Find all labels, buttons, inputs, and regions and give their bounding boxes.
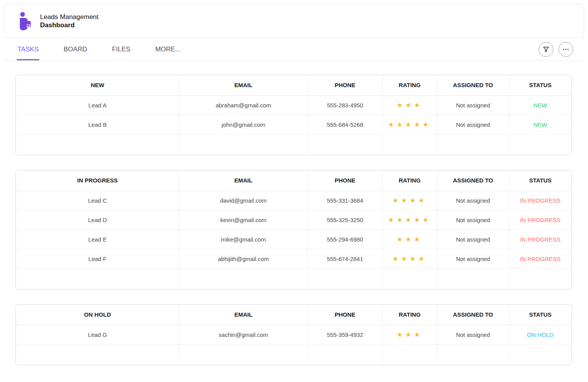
status-cell: ON HOLD [509,325,571,344]
app-header: Leads Management Dashboard [4,4,584,38]
rating-cell: ★★★ [382,95,437,115]
rating-stars: ★★★ [397,331,423,338]
email-cell: john@gmail.com [179,115,308,134]
table-row[interactable]: Lead Aabraham@gmail.com555-283-4950★★★No… [16,95,571,115]
rating-cell: ★★★★★ [382,115,437,134]
column-header: ASSIGNED TO [437,170,509,191]
phone-cell: 555-674-2841 [308,249,383,268]
table-row[interactable]: Lead Gsachin@gmail.com555-359-4932★★★Not… [16,325,571,344]
empty-row [16,134,571,155]
phone-cell: 555-331-3684 [308,191,383,210]
phone-cell: 555-283-4950 [308,95,383,115]
table-header-row: NEWEMAILPHONERATINGASSIGNED TOSTATUS [16,75,571,95]
status-cell: NEW [509,115,571,134]
email-cell: abraham@gmail.com [179,95,308,115]
column-header: PHONE [308,305,383,325]
leads-table: IN PROGRESSEMAILPHONERATINGASSIGNED TOST… [16,170,571,289]
empty-row [16,344,571,365]
tab-files[interactable]: FILES [111,38,131,60]
assigned-cell: Not assigned [437,210,509,230]
empty-cell [382,268,437,289]
rating-stars: ★★★★ [392,197,427,204]
column-header: RATING [382,75,437,95]
ellipsis-icon [562,46,570,53]
table-header-row: IN PROGRESSEMAILPHONERATINGASSIGNED TOST… [16,170,571,191]
empty-cell [509,268,571,289]
tabs-bar: TASKS BOARD FILES MORE... [4,38,584,61]
empty-cell [437,344,509,365]
table-row[interactable]: Lead Bjohn@gmail.com555-684-5268★★★★★Not… [16,115,571,134]
empty-cell [179,134,308,155]
rating-stars: ★★★★★ [388,121,431,128]
column-header: STATUS [509,170,571,191]
rating-stars: ★★★★★ [388,216,431,224]
table-row[interactable]: Lead Fabhijith@gmail.com555-674-2841★★★★… [16,249,571,268]
column-header: ON HOLD [16,305,179,325]
email-cell: sachin@gmail.com [179,325,308,344]
person-logo-icon [17,12,33,30]
empty-cell [382,134,437,155]
rating-stars: ★★★ [397,236,423,243]
email-cell: abhijith@gmail.com [179,249,308,268]
status-cell: IN PROGRESS [509,249,571,268]
tab-actions [539,38,584,60]
more-options-button[interactable] [558,42,573,57]
empty-cell [509,344,571,365]
column-header: STATUS [509,75,571,95]
rating-cell: ★★★ [382,325,437,344]
assigned-cell: Not assigned [437,191,509,210]
lead-name-cell: Lead B [16,115,179,134]
rating-cell: ★★★ [382,230,437,249]
rating-stars: ★★★★ [392,255,427,263]
table-row[interactable]: Lead Cdavid@gmail.com555-331-3684★★★★Not… [16,191,571,210]
table-row[interactable]: Lead Dkevin@gmail.com555-325-3250★★★★★No… [16,210,571,230]
phone-cell: 555-684-5268 [308,115,383,134]
phone-cell: 555-325-3250 [308,210,383,230]
empty-cell [382,344,437,365]
column-header: EMAIL [179,305,308,325]
tab-board[interactable]: BOARD [63,38,88,60]
rating-stars: ★★★ [397,102,423,109]
column-header: RATING [382,305,437,325]
rating-cell: ★★★★ [382,191,437,210]
lead-name-cell: Lead F [16,249,179,268]
empty-cell [179,344,308,365]
tables-container: NEWEMAILPHONERATINGASSIGNED TOSTATUSLead… [16,75,572,365]
email-cell: kevin@gmail.com [179,210,308,230]
empty-row [16,268,571,289]
column-header: ASSIGNED TO [437,305,509,325]
empty-cell [16,268,179,289]
column-header: PHONE [308,170,383,191]
empty-cell [16,134,179,155]
column-header: STATUS [509,305,571,325]
empty-cell [437,134,509,155]
rating-cell: ★★★★ [382,249,437,268]
lead-name-cell: Lead E [16,230,179,249]
status-cell: NEW [509,95,571,115]
assigned-cell: Not assigned [437,325,509,344]
leads-table-in-progress: IN PROGRESSEMAILPHONERATINGASSIGNED TOST… [16,170,572,289]
table-header-row: ON HOLDEMAILPHONERATINGASSIGNED TOSTATUS [16,305,571,325]
column-header: NEW [16,75,179,95]
status-cell: IN PROGRESS [509,230,571,249]
app-title: Leads Management Dashboard [40,13,98,30]
lead-name-cell: Lead D [16,210,179,230]
lead-name-cell: Lead A [16,95,179,115]
column-header: EMAIL [179,170,308,191]
assigned-cell: Not assigned [437,249,509,268]
empty-cell [308,134,383,155]
empty-cell [308,268,383,289]
tab-tasks[interactable]: TASKS [17,38,39,60]
empty-cell [179,268,308,289]
filter-button[interactable] [539,42,553,57]
leads-table-on-hold: ON HOLDEMAILPHONERATINGASSIGNED TOSTATUS… [16,304,572,365]
column-header: PHONE [308,75,383,95]
column-header: EMAIL [179,75,308,95]
rating-cell: ★★★★★ [382,210,437,230]
phone-cell: 555-359-4932 [308,325,383,344]
phone-cell: 555-294-6980 [308,230,383,249]
tab-more[interactable]: MORE... [154,38,181,60]
assigned-cell: Not assigned [437,230,509,249]
email-cell: david@gmail.com [179,191,308,210]
table-row[interactable]: Lead Emike@gmail.com555-294-6980★★★Not a… [16,230,571,249]
